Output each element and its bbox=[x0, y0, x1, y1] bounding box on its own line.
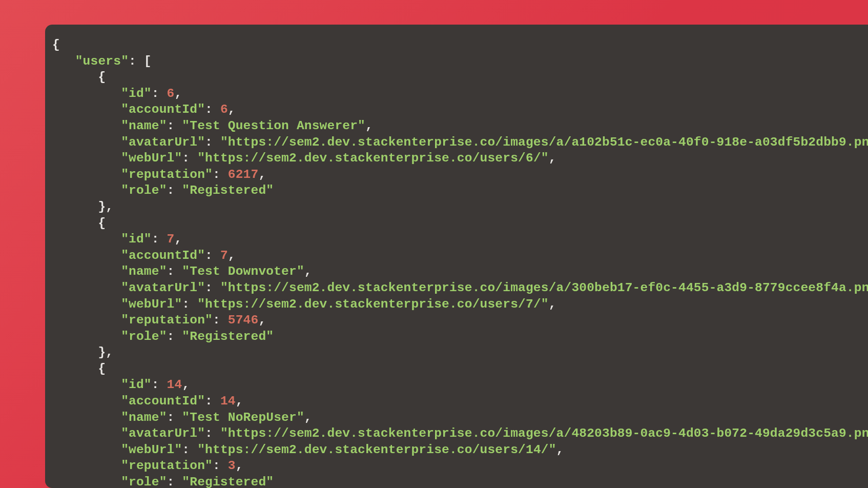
json-code-panel: { "users": [ { "id": 6, "accountId": 6, … bbox=[45, 25, 868, 488]
json-code-block: { "users": [ { "id": 6, "accountId": 6, … bbox=[52, 37, 868, 488]
